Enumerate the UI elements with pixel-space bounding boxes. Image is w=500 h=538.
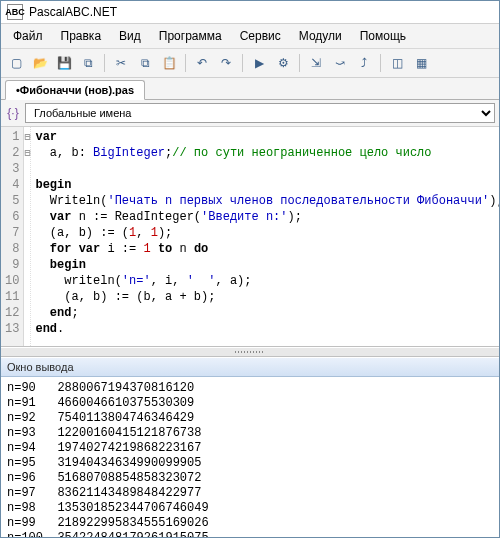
- settings-icon[interactable]: ⚙: [272, 52, 294, 74]
- step-over-icon[interactable]: ⤻: [329, 52, 351, 74]
- open-icon[interactable]: 📂: [29, 52, 51, 74]
- toolbar-separator: [299, 54, 300, 72]
- code-area[interactable]: var a, b: BigInteger;// по сути неограни…: [31, 127, 499, 346]
- redo-icon[interactable]: ↷: [215, 52, 237, 74]
- menu-модули[interactable]: Модули: [291, 26, 350, 46]
- code-editor[interactable]: 1 2 3 4 5 6 7 8 9 10 11 12 13 ⊟ ⊟ var a,…: [1, 127, 499, 347]
- menu-файл[interactable]: Файл: [5, 26, 51, 46]
- toolbar: ▢📂💾⧉✂⧉📋↶↷▶⚙⇲⤻⤴◫▦: [1, 49, 499, 78]
- app-icon: ABC: [7, 4, 23, 20]
- toolbar-separator: [104, 54, 105, 72]
- undo-icon[interactable]: ↶: [191, 52, 213, 74]
- output-header: Окно вывода: [1, 357, 499, 377]
- titlebar: ABC PascalABC.NET: [1, 1, 499, 24]
- toolbar-separator: [185, 54, 186, 72]
- run-icon[interactable]: ▶: [248, 52, 270, 74]
- tab-fibonacci[interactable]: •Фибоначчи (нов).pas: [5, 80, 145, 100]
- toggle-icon[interactable]: ◫: [386, 52, 408, 74]
- copy-icon[interactable]: ⧉: [134, 52, 156, 74]
- output-body: n=90 2880067194370816120 n=91 4660046610…: [1, 377, 499, 538]
- scope-select[interactable]: Глобальные имена: [25, 103, 495, 123]
- menu-сервис[interactable]: Сервис: [232, 26, 289, 46]
- form-icon[interactable]: ▦: [410, 52, 432, 74]
- toolbar-separator: [242, 54, 243, 72]
- new-icon[interactable]: ▢: [5, 52, 27, 74]
- paste-icon[interactable]: 📋: [158, 52, 180, 74]
- save-icon[interactable]: 💾: [53, 52, 75, 74]
- scope-icon: {·}: [5, 105, 21, 121]
- line-gutter: 1 2 3 4 5 6 7 8 9 10 11 12 13: [1, 127, 24, 346]
- scope-row: {·} Глобальные имена: [1, 100, 499, 127]
- menu-помощь[interactable]: Помощь: [352, 26, 414, 46]
- step-out-icon[interactable]: ⤴: [353, 52, 375, 74]
- menu-правка[interactable]: Правка: [53, 26, 110, 46]
- cut-icon[interactable]: ✂: [110, 52, 132, 74]
- fold-column[interactable]: ⊟ ⊟: [24, 127, 31, 346]
- toolbar-separator: [380, 54, 381, 72]
- menu-вид[interactable]: Вид: [111, 26, 149, 46]
- save-all-icon[interactable]: ⧉: [77, 52, 99, 74]
- menu-программа[interactable]: Программа: [151, 26, 230, 46]
- document-tabs: •Фибоначчи (нов).pas: [1, 78, 499, 100]
- step-into-icon[interactable]: ⇲: [305, 52, 327, 74]
- splitter[interactable]: [1, 347, 499, 357]
- menubar: ФайлПравкаВидПрограммаСервисМодулиПомощь: [1, 24, 499, 49]
- app-title: PascalABC.NET: [29, 5, 117, 19]
